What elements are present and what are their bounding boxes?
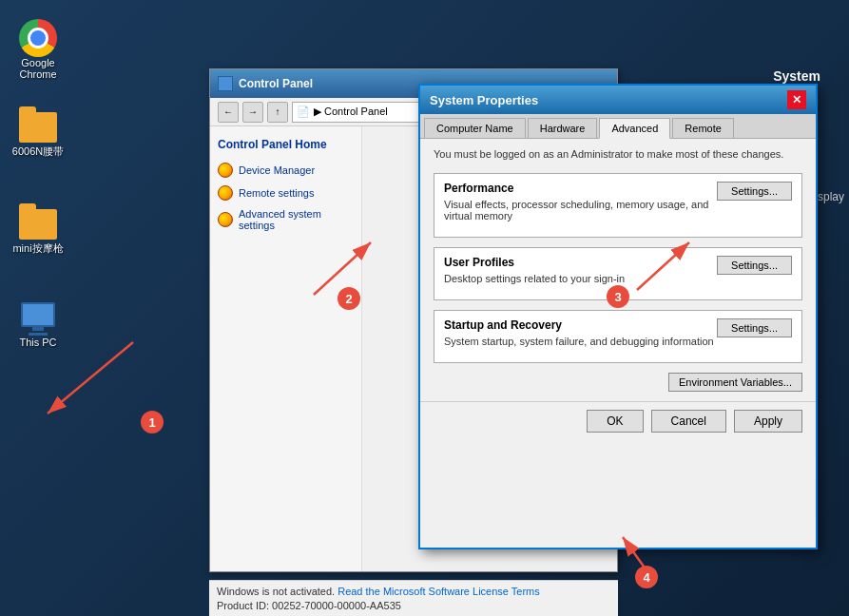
thispc-icon-container[interactable]: This PC <box>5 302 71 348</box>
activation-label: Windows is not activated. <box>217 586 335 597</box>
apply-button[interactable]: Apply <box>734 410 802 433</box>
chrome-label: Google Chrome <box>5 57 71 80</box>
environment-variables-button[interactable]: Environment Variables... <box>668 373 802 392</box>
annotation-3: 3 <box>607 285 629 308</box>
device-manager-label: Device Manager <box>239 164 315 176</box>
sidebar-item-remote-settings[interactable]: Remote settings <box>218 185 354 201</box>
performance-section: Settings... Performance Visual effects, … <box>434 173 802 238</box>
display-label: isplay <box>815 190 844 203</box>
annotation-2: 2 <box>338 287 360 310</box>
annotation-1: 1 <box>141 411 164 433</box>
admin-note: You must be logged on as an Administrato… <box>434 148 802 160</box>
bottom-status-bar: Windows is not activated. Read the Micro… <box>209 580 618 616</box>
forward-button[interactable]: → <box>242 102 263 123</box>
up-button[interactable]: ↑ <box>267 102 288 123</box>
chrome-icon-container[interactable]: Google Chrome <box>5 19 71 80</box>
env-vars-row: Environment Variables... <box>434 373 802 392</box>
cp-sidebar: Control Panel Home Device Manager Remote… <box>210 126 362 571</box>
startup-settings-button[interactable]: Settings... <box>717 318 792 337</box>
performance-settings-button[interactable]: Settings... <box>717 182 792 201</box>
back-button[interactable]: ← <box>218 102 239 123</box>
system-label: System <box>773 68 820 84</box>
folder1-icon-container[interactable]: 6006N腰带 <box>5 112 71 159</box>
product-id-label: Product ID: <box>217 600 269 611</box>
sp-title: System Properties <box>430 93 538 107</box>
ok-button[interactable]: OK <box>587 410 643 433</box>
advanced-settings-label: Advanced system settings <box>239 208 354 231</box>
thispc-label: This PC <box>19 337 56 348</box>
startup-section: Settings... Startup and Recovery System … <box>434 310 802 363</box>
folder1-label: 6006N腰带 <box>12 144 64 159</box>
cp-title: Control Panel <box>239 77 313 90</box>
folder2-icon <box>19 209 57 241</box>
sidebar-item-advanced-settings[interactable]: Advanced system settings <box>218 208 354 231</box>
sp-footer: OK Cancel Apply <box>420 401 816 440</box>
product-id-value: 00252-70000-00000-AA535 <box>272 600 401 611</box>
remote-settings-label: Remote settings <box>239 187 314 199</box>
folder2-icon-container[interactable]: mini按摩枪 <box>5 209 71 256</box>
tab-computer-name[interactable]: Computer Name <box>424 118 526 138</box>
thispc-icon <box>19 302 57 337</box>
activation-text: Windows is not activated. Read the Micro… <box>217 586 610 597</box>
cancel-button[interactable]: Cancel <box>651 410 726 433</box>
sp-tabs: Computer Name Hardware Advanced Remote <box>420 114 816 139</box>
system-properties-dialog: System Properties ✕ Computer Name Hardwa… <box>418 84 818 549</box>
annotation-4: 4 <box>635 566 658 588</box>
sidebar-item-device-manager[interactable]: Device Manager <box>218 163 354 178</box>
cp-titlebar-icon <box>218 76 233 91</box>
address-icon: 📄 <box>297 106 310 118</box>
sp-content: You must be logged on as an Administrato… <box>420 139 816 401</box>
folder2-label: mini按摩枪 <box>12 241 63 256</box>
license-link[interactable]: Read the Microsoft Software License Term… <box>338 586 540 597</box>
close-button[interactable]: ✕ <box>787 90 806 109</box>
cp-sidebar-title: Control Panel Home <box>218 138 354 151</box>
product-id-row: Product ID: 00252-70000-00000-AA535 <box>217 600 610 611</box>
remote-settings-icon <box>218 185 233 201</box>
advanced-settings-icon <box>218 212 233 227</box>
address-text: ▶ Control Panel <box>314 106 388 118</box>
chrome-icon <box>19 19 57 57</box>
tab-hardware[interactable]: Hardware <box>528 118 598 138</box>
performance-desc: Visual effects, processor scheduling, me… <box>444 199 792 221</box>
sp-titlebar: System Properties ✕ <box>420 86 816 114</box>
tab-remote[interactable]: Remote <box>672 118 734 138</box>
user-profiles-settings-button[interactable]: Settings... <box>717 256 792 275</box>
tab-advanced[interactable]: Advanced <box>599 118 670 139</box>
folder1-icon <box>19 112 57 144</box>
device-manager-icon <box>218 163 233 178</box>
